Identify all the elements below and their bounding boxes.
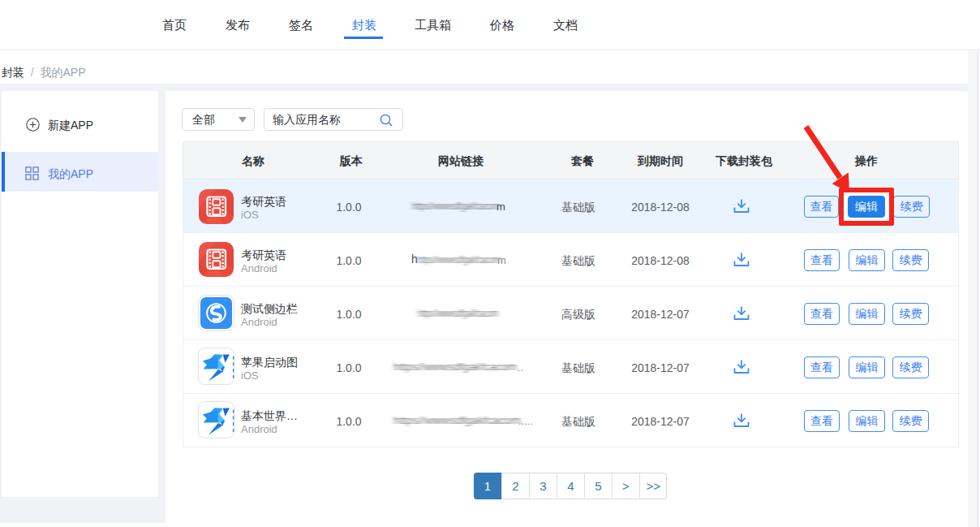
svg-text:https//wwwsdfgakfcacom: https//wwwsdfgakfcacom: [393, 414, 521, 426]
svg-text:..: ..: [514, 361, 523, 374]
svg-text:m: m: [496, 201, 505, 213]
svg-text:https//wwwsdfgakfcacom: https//wwwsdfgakfcacom: [412, 200, 499, 212]
svg-text:https//wwwsdfgakfcacom: https//wwwsdfgakfcacom: [417, 253, 500, 266]
svg-text:https//wwwsdfgakfcacom: https//wwwsdfgakfcacom: [418, 307, 498, 319]
svg-text:https//wwwsdfgakfcacom: https//wwwsdfgakfcacom: [393, 361, 517, 373]
svg-text:.....: .....: [518, 415, 533, 427]
svg-text:m: m: [497, 254, 506, 266]
